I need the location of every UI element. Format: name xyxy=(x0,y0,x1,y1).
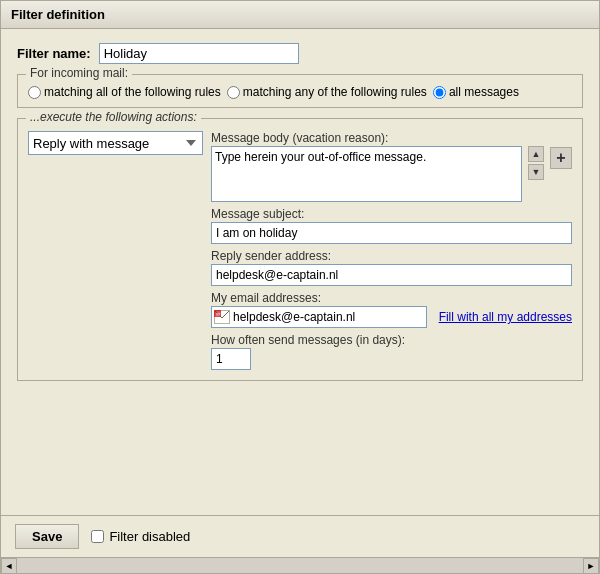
action-dropdown-wrapper: Reply with message Forward to Discard Mo… xyxy=(28,131,203,155)
scroll-right-button[interactable]: ► xyxy=(583,558,599,574)
incoming-mail-group: For incoming mail: matching all of the f… xyxy=(17,74,583,108)
actions-group: ...execute the following actions: Reply … xyxy=(17,118,583,381)
radio-all-messages[interactable] xyxy=(433,86,446,99)
my-email-container: My email addresses: ✉ xyxy=(211,291,572,328)
message-body-section: Type herein your out-of-office message. … xyxy=(211,146,544,202)
spacer xyxy=(17,391,583,501)
scrollbar-buttons: ▲ ▼ xyxy=(528,146,544,202)
message-subject-container: Message subject: xyxy=(211,207,572,244)
radio-row: matching all of the following rules matc… xyxy=(28,85,572,99)
action-dropdown[interactable]: Reply with message Forward to Discard Mo… xyxy=(28,131,203,155)
actions-legend: ...execute the following actions: xyxy=(26,110,201,124)
scroll-down-button[interactable]: ▼ xyxy=(528,164,544,180)
my-email-input[interactable] xyxy=(233,310,424,324)
filter-name-input[interactable] xyxy=(99,43,299,64)
send-frequency-container: How often send messages (in days): xyxy=(211,333,572,370)
filter-definition-window: Filter definition Filter name: For incom… xyxy=(0,0,600,574)
message-body-container: Message body (vacation reason): Type her… xyxy=(211,131,544,202)
svg-text:✉: ✉ xyxy=(216,311,220,317)
actions-inner: Reply with message Forward to Discard Mo… xyxy=(28,131,572,370)
filter-disabled-checkbox[interactable] xyxy=(91,530,104,543)
message-subject-input[interactable] xyxy=(211,222,572,244)
title-bar: Filter definition xyxy=(1,1,599,29)
action-right-header: Message body (vacation reason): Type her… xyxy=(211,131,572,202)
filter-disabled-label: Filter disabled xyxy=(109,529,190,544)
radio-all-messages-label[interactable]: all messages xyxy=(433,85,519,99)
reply-sender-container: Reply sender address: xyxy=(211,249,572,286)
filter-disabled-row: Filter disabled xyxy=(91,529,190,544)
radio-match-all-label[interactable]: matching all of the following rules xyxy=(28,85,221,99)
footer: Save Filter disabled xyxy=(1,515,599,557)
send-frequency-label: How often send messages (in days): xyxy=(211,333,572,347)
message-subject-label: Message subject: xyxy=(211,207,572,221)
filter-name-label: Filter name: xyxy=(17,46,91,61)
window-title: Filter definition xyxy=(11,7,105,22)
add-action-button[interactable]: + xyxy=(550,147,572,169)
fill-all-addresses-link[interactable]: Fill with all my addresses xyxy=(439,310,572,324)
message-body-textarea[interactable]: Type herein your out-of-office message. xyxy=(211,146,522,202)
content-area: Filter name: For incoming mail: matching… xyxy=(1,29,599,515)
email-field-row: ✉ xyxy=(211,306,427,328)
scroll-up-button[interactable]: ▲ xyxy=(528,146,544,162)
radio-match-any-label[interactable]: matching any of the following rules xyxy=(227,85,427,99)
email-icon: ✉ xyxy=(214,310,230,324)
reply-sender-label: Reply sender address: xyxy=(211,249,572,263)
reply-sender-input[interactable] xyxy=(211,264,572,286)
scroll-left-button[interactable]: ◄ xyxy=(1,558,17,574)
plus-wrapper: + xyxy=(550,147,572,169)
email-row-container: ✉ Fill with all my addresses xyxy=(211,306,572,328)
message-body-label: Message body (vacation reason): xyxy=(211,131,544,145)
action-right: Message body (vacation reason): Type her… xyxy=(211,131,572,370)
my-email-label: My email addresses: xyxy=(211,291,572,305)
send-frequency-input[interactable] xyxy=(211,348,251,370)
filter-name-row: Filter name: xyxy=(17,43,583,64)
radio-match-any[interactable] xyxy=(227,86,240,99)
radio-match-all[interactable] xyxy=(28,86,41,99)
save-button[interactable]: Save xyxy=(15,524,79,549)
bottom-scrollbar: ◄ ► xyxy=(1,557,599,573)
incoming-mail-legend: For incoming mail: xyxy=(26,66,132,80)
